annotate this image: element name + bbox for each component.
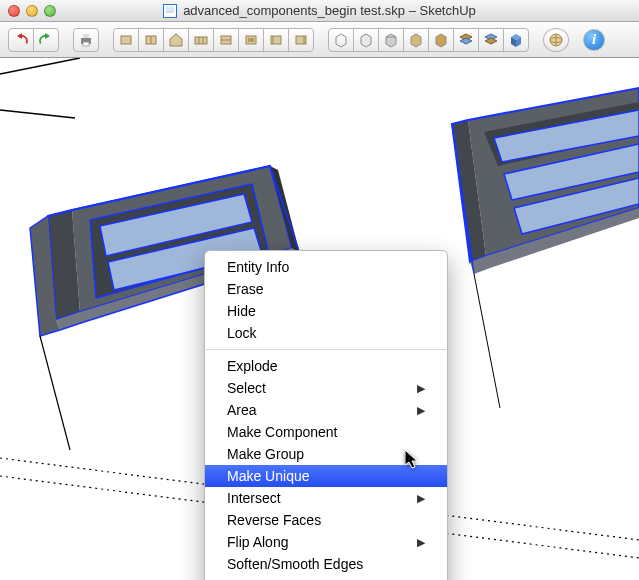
- context-menu: Entity Info Erase Hide Lock Explode Sele…: [204, 250, 448, 580]
- cube-color-icon: [508, 32, 524, 48]
- cube-icon: [433, 32, 449, 48]
- globe-icon: [548, 32, 564, 48]
- view-btn-4[interactable]: [188, 28, 214, 52]
- menu-separator: [206, 349, 446, 350]
- cube-icon: [358, 32, 374, 48]
- view-icon: [218, 32, 234, 48]
- view-btn-8[interactable]: [288, 28, 314, 52]
- menu-label: Area: [227, 401, 257, 419]
- menu-label: Reverse Faces: [227, 511, 321, 529]
- svg-rect-7: [195, 37, 207, 44]
- menu-label: Explode: [227, 357, 278, 375]
- menu-label: Make Group: [227, 445, 304, 463]
- menu-item-erase[interactable]: Erase: [205, 278, 447, 300]
- house-icon: [168, 32, 184, 48]
- menu-item-intersect[interactable]: Intersect▶: [205, 487, 447, 509]
- menu-item-entity-info[interactable]: Entity Info: [205, 256, 447, 278]
- menu-item-zoom-extents[interactable]: Zoom Extents: [205, 575, 447, 580]
- print-button[interactable]: [73, 28, 99, 52]
- svg-rect-13: [248, 38, 254, 42]
- svg-marker-6: [170, 34, 182, 46]
- menu-item-select[interactable]: Select▶: [205, 377, 447, 399]
- cube-icon: [333, 32, 349, 48]
- toolbar-group-history: [8, 28, 59, 52]
- svg-marker-18: [336, 34, 346, 47]
- minimize-window-button[interactable]: [26, 5, 38, 17]
- print-icon: [78, 32, 94, 48]
- close-window-button[interactable]: [8, 5, 20, 17]
- style-btn-5[interactable]: [428, 28, 454, 52]
- svg-marker-23: [436, 34, 446, 47]
- view-icon: [268, 32, 284, 48]
- style-btn-3[interactable]: [378, 28, 404, 52]
- menu-item-hide[interactable]: Hide: [205, 300, 447, 322]
- cube-icon: [408, 32, 424, 48]
- view-btn-5[interactable]: [213, 28, 239, 52]
- traffic-lights: [0, 5, 56, 17]
- window-title: advanced_components_begin test.skp – Ske…: [183, 3, 476, 18]
- toolbar-group-styles: [328, 28, 529, 52]
- svg-marker-27: [485, 38, 497, 44]
- view-icon: [293, 32, 309, 48]
- style-btn-7[interactable]: [478, 28, 504, 52]
- svg-rect-1: [83, 34, 89, 38]
- menu-label: Flip Along: [227, 533, 288, 551]
- view-icon: [243, 32, 259, 48]
- menu-item-area[interactable]: Area▶: [205, 399, 447, 421]
- menu-item-reverse-faces[interactable]: Reverse Faces: [205, 509, 447, 531]
- toolbar: i: [0, 22, 639, 58]
- view-btn-3[interactable]: [163, 28, 189, 52]
- menu-item-lock[interactable]: Lock: [205, 322, 447, 344]
- menu-label: Intersect: [227, 489, 281, 507]
- app-window: advanced_components_begin test.skp – Ske…: [0, 0, 639, 580]
- style-btn-8[interactable]: [503, 28, 529, 52]
- submenu-arrow-icon: ▶: [417, 379, 425, 397]
- style-btn-4[interactable]: [403, 28, 429, 52]
- submenu-arrow-icon: ▶: [417, 401, 425, 419]
- style-btn-6[interactable]: [453, 28, 479, 52]
- view-icon: [193, 32, 209, 48]
- svg-marker-22: [411, 34, 421, 47]
- view-icon: [118, 32, 134, 48]
- svg-rect-2: [83, 42, 89, 46]
- undo-icon: [13, 32, 29, 48]
- svg-rect-3: [121, 36, 131, 44]
- document-icon: [163, 4, 177, 18]
- style-btn-1[interactable]: [328, 28, 354, 52]
- menu-label: Lock: [227, 324, 257, 342]
- undo-button[interactable]: [8, 28, 34, 52]
- menu-item-make-component[interactable]: Make Component: [205, 421, 447, 443]
- menu-item-soften-smooth[interactable]: Soften/Smooth Edges: [205, 553, 447, 575]
- menu-item-explode[interactable]: Explode: [205, 355, 447, 377]
- cube-icon: [383, 32, 399, 48]
- info-icon: i: [586, 32, 602, 48]
- info-button[interactable]: i: [583, 29, 605, 51]
- menu-label: Entity Info: [227, 258, 289, 276]
- menu-label: Erase: [227, 280, 264, 298]
- submenu-arrow-icon: ▶: [417, 533, 425, 551]
- toolbar-group-views: [113, 28, 314, 52]
- menu-label: Soften/Smooth Edges: [227, 555, 363, 573]
- view-btn-1[interactable]: [113, 28, 139, 52]
- style-btn-2[interactable]: [353, 28, 379, 52]
- menu-label: Hide: [227, 302, 256, 320]
- view-btn-2[interactable]: [138, 28, 164, 52]
- zoom-window-button[interactable]: [44, 5, 56, 17]
- menu-label: Select: [227, 379, 266, 397]
- submenu-arrow-icon: ▶: [417, 489, 425, 507]
- title-center: advanced_components_begin test.skp – Ske…: [0, 3, 639, 18]
- stack-icon: [483, 32, 499, 48]
- menu-item-make-unique[interactable]: Make Unique: [205, 465, 447, 487]
- menu-item-flip-along[interactable]: Flip Along▶: [205, 531, 447, 553]
- titlebar: advanced_components_begin test.skp – Ske…: [0, 0, 639, 22]
- globe-button[interactable]: [543, 28, 569, 52]
- redo-button[interactable]: [33, 28, 59, 52]
- viewport-3d[interactable]: Entity Info Erase Hide Lock Explode Sele…: [0, 58, 639, 580]
- svg-marker-25: [460, 38, 472, 44]
- view-btn-6[interactable]: [238, 28, 264, 52]
- menu-item-make-group[interactable]: Make Group: [205, 443, 447, 465]
- svg-marker-19: [361, 34, 371, 47]
- view-btn-7[interactable]: [263, 28, 289, 52]
- menu-label: Make Unique: [227, 467, 310, 485]
- menu-label: Make Component: [227, 423, 338, 441]
